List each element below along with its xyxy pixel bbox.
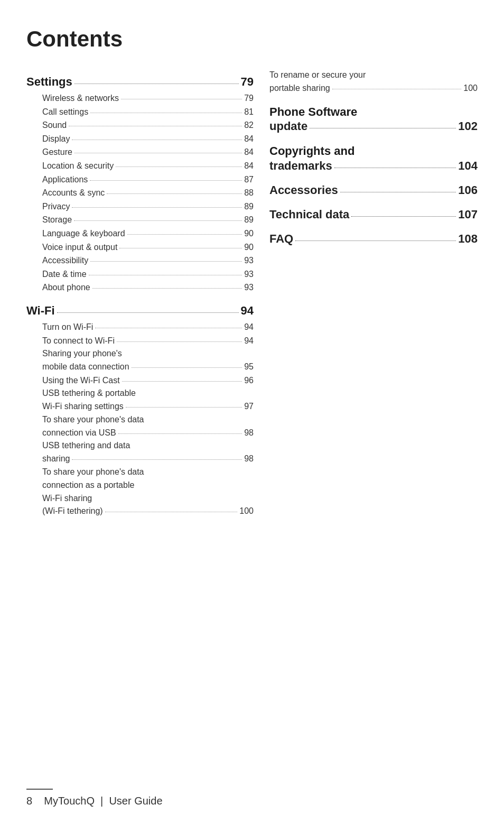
contents-layout: Settings 79 Wireless & networks 79 Call …: [26, 68, 478, 518]
toc-wireless-networks: Wireless & networks 79: [26, 91, 254, 105]
toc-accessories: Accessories 106: [269, 183, 478, 197]
left-column: Settings 79 Wireless & networks 79 Call …: [26, 68, 254, 518]
page-title: Contents: [26, 26, 478, 52]
toc-share-portable-wifi: To share your phone's data connection as…: [26, 466, 254, 518]
footer: 8 MyTouchQ | User Guide: [26, 789, 478, 807]
wifi-section-header: Wi-Fi 94: [26, 302, 254, 319]
right-column: To rename or secure your portable sharin…: [254, 68, 478, 256]
footer-divider: [26, 789, 53, 790]
toc-accessibility: Accessibility 93: [26, 254, 254, 267]
footer-product: MyTouchQ: [44, 795, 95, 807]
toc-display: Display 84: [26, 132, 254, 146]
toc-phone-software-update: Phone Software update 102: [269, 105, 478, 134]
footer-text: 8 MyTouchQ | User Guide: [26, 795, 163, 807]
toc-usb-tethering-portable: USB tethering & portable Wi-Fi sharing s…: [26, 387, 254, 413]
footer-page-number: 8: [26, 795, 32, 807]
page: Contents Settings 79 Wireless & networks…: [0, 0, 504, 823]
toc-rename-secure: To rename or secure your portable sharin…: [269, 69, 478, 95]
toc-copyrights-trademarks: Copyrights and trademarks 104: [269, 144, 478, 173]
toc-sharing-phone-mobile: Sharing your phone's mobile data connect…: [26, 347, 254, 374]
settings-dots: [74, 84, 239, 84]
toc-usb-tethering-data-sharing: USB tethering and data sharing 98: [26, 439, 254, 466]
wifi-page: 94: [241, 302, 254, 319]
wifi-label: Wi-Fi: [26, 302, 55, 319]
toc-faq: FAQ 108: [269, 232, 478, 246]
toc-accounts-sync: Accounts & sync 88: [26, 186, 254, 200]
wifi-dots: [57, 312, 239, 313]
toc-about-phone: About phone 93: [26, 281, 254, 294]
toc-applications: Applications 87: [26, 173, 254, 187]
toc-share-phone-usb: To share your phone's data connection vi…: [26, 413, 254, 440]
settings-label: Settings: [26, 73, 72, 90]
toc-using-wifi-cast: Using the Wi-Fi Cast 96: [26, 374, 254, 387]
toc-voice-input-output: Voice input & output 90: [26, 241, 254, 254]
settings-section-header: Settings 79: [26, 73, 254, 90]
settings-page: 79: [241, 73, 254, 90]
toc-call-settings: Call settings 81: [26, 105, 254, 119]
footer-guide: User Guide: [109, 795, 162, 807]
toc-date-time: Date & time 93: [26, 267, 254, 281]
footer-separator: |: [100, 795, 103, 807]
toc-privacy: Privacy 89: [26, 200, 254, 214]
toc-technical-data: Technical data 107: [269, 208, 478, 221]
toc-gesture: Gesture 84: [26, 145, 254, 159]
toc-sound: Sound 82: [26, 118, 254, 132]
toc-language-keyboard: Language & keyboard 90: [26, 227, 254, 241]
toc-turn-on-wifi: Turn on Wi-Fi 94: [26, 320, 254, 334]
toc-storage: Storage 89: [26, 213, 254, 227]
toc-location-security: Location & security 84: [26, 159, 254, 173]
toc-connect-wifi: To connect to Wi-Fi 94: [26, 334, 254, 348]
